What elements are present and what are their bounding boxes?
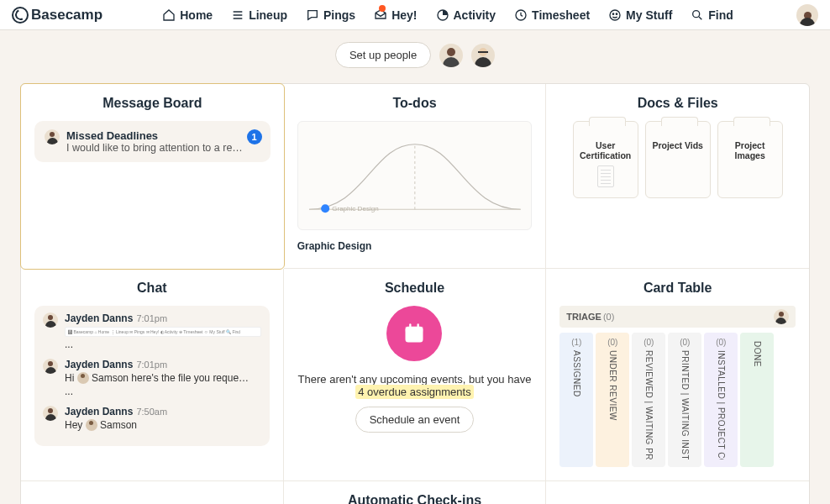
column-count: (0) (680, 338, 690, 347)
schedule-text: There aren't any upcoming events, but yo… (297, 373, 533, 398)
doc-thumb-icon (597, 165, 614, 187)
hey-notification-dot-icon (379, 5, 386, 12)
column-name: UNDER REVIEW (608, 350, 617, 421)
page: Set up people Message Board Missed Deadl… (20, 30, 810, 504)
setup-people-button[interactable]: Set up people (335, 42, 431, 68)
nav-items: Home Lineup Pings Hey! Activity Timeshee… (77, 8, 818, 22)
column-name: DONE (753, 341, 762, 367)
column-installed[interactable]: (0) INSTALLED | PROJECT CO (704, 333, 738, 467)
nav-mystuff[interactable]: My Stuff (608, 8, 672, 22)
basecamp-logo-icon (12, 7, 29, 24)
folder-label: Project Vids (652, 140, 703, 150)
chat-author: Jayden Danns (65, 359, 133, 370)
home-icon (162, 8, 176, 22)
column-printed[interactable]: (0) PRINTED | WAITING INSTA (668, 333, 701, 467)
lineup-icon (231, 8, 244, 22)
column-under-review[interactable]: (0) UNDER REVIEW (596, 333, 629, 467)
chat-author-avatar (43, 406, 58, 421)
chat-message[interactable]: Jayden Danns7:50am Hey Samson (43, 406, 261, 431)
message-author-avatar (45, 129, 60, 144)
timesheet-icon (514, 8, 528, 22)
triage-row[interactable]: TRIAGE (0) (559, 306, 796, 328)
folder-user-certification[interactable]: User Certification (573, 121, 638, 198)
docs-title: Docs & Files (559, 96, 796, 111)
tool-todos[interactable]: To-dos Graphic Design Graphic Design (284, 84, 547, 269)
todos-title: To-dos (297, 96, 533, 111)
nav-lineup-label: Lineup (249, 8, 287, 22)
message-unread-badge: 1 (247, 129, 262, 144)
nav-home[interactable]: Home (162, 8, 213, 22)
svg-point-2 (610, 10, 620, 20)
tools-grid: Message Board Missed Deadlines I would l… (20, 83, 810, 504)
column-name: REVIEWED | WAITING PRI (644, 350, 654, 459)
nav-pings[interactable]: Pings (306, 8, 355, 22)
checkins-title: Automatic Check-ins (297, 493, 533, 504)
person-avatar-2[interactable] (471, 44, 495, 67)
nav-find-label: Find (708, 8, 733, 22)
triage-count: (0) (603, 312, 614, 322)
chat-title: Chat (34, 281, 270, 296)
nav-find[interactable]: Find (691, 8, 733, 22)
message-item[interactable]: Missed Deadlines I would like to bring a… (34, 121, 271, 162)
hill-chart: Graphic Design (297, 121, 533, 230)
chat-time: 7:50am (136, 407, 167, 417)
hill-dot-label: Graphic Design (332, 205, 378, 213)
inline-avatar-icon (77, 372, 89, 384)
svg-point-8 (321, 204, 329, 213)
chat-message[interactable]: Jayden Danns7:01pm Hi Samson here's the … (43, 359, 261, 397)
column-reviewed[interactable]: (0) REVIEWED | WAITING PRI (632, 333, 665, 467)
svg-point-3 (612, 13, 613, 14)
chat-time: 7:01pm (136, 313, 167, 323)
message-title: Missed Deadlines (66, 129, 247, 142)
chat-body-more: ... (65, 386, 250, 397)
nav-hey[interactable]: Hey! (374, 8, 417, 22)
tool-docs-files[interactable]: Docs & Files User Certification Project … (546, 84, 809, 269)
svg-rect-12 (418, 323, 419, 328)
folder-label: Project Images (735, 140, 765, 160)
todos-list-name: Graphic Design (297, 240, 533, 252)
folder-project-vids[interactable]: Project Vids (645, 121, 711, 198)
folder-project-images[interactable]: Project Images (717, 121, 783, 198)
column-count: (0) (607, 338, 617, 347)
schedule-overdue-link[interactable]: 4 overdue assignments (355, 385, 473, 399)
column-name: ASSIGNED (572, 350, 581, 397)
chat-card: Jayden Danns7:01pm 🅱 Basecamp ⌂ Home ⋮ L… (34, 306, 270, 446)
folder-label: User Certification (580, 140, 631, 160)
inline-avatar-icon (86, 419, 97, 431)
tool-schedule[interactable]: Schedule There aren't any upcoming event… (284, 269, 547, 481)
nav-activity-label: Activity (454, 8, 496, 22)
cardtable-columns: (1) ASSIGNED (0) UNDER REVIEW (0) REVIEW… (559, 333, 796, 467)
column-name: PRINTED | WAITING INSTA (680, 350, 690, 459)
chat-attachment-thumb: 🅱 Basecamp ⌂ Home ⋮ Lineup ✉ Pings ✉ Hey… (65, 327, 261, 337)
schedule-event-button[interactable]: Schedule an event (355, 407, 475, 433)
schedule-title: Schedule (297, 281, 533, 296)
chat-author: Jayden Danns (65, 406, 133, 417)
nav-timesheet-label: Timesheet (532, 8, 590, 22)
message-body: I would like to bring attention to a rec… (66, 142, 247, 154)
column-count: (0) (716, 338, 726, 347)
chat-message[interactable]: Jayden Danns7:01pm 🅱 Basecamp ⌂ Home ⋮ L… (43, 312, 261, 350)
column-assigned[interactable]: (1) ASSIGNED (559, 333, 593, 467)
person-avatar-1[interactable] (439, 44, 463, 67)
column-name: INSTALLED | PROJECT CO (717, 350, 726, 459)
nav-mystuff-label: My Stuff (626, 8, 672, 22)
column-count: (0) (644, 338, 654, 347)
tool-chat[interactable]: Chat Jayden Danns7:01pm 🅱 Basecamp ⌂ Hom… (21, 269, 284, 481)
tool-card-table[interactable]: Card Table TRIAGE (0) (1) ASSIGNED (0) U… (546, 269, 809, 481)
triage-label: TRIAGE (566, 312, 601, 322)
top-nav: Basecamp Home Lineup Pings Hey! Activity… (0, 0, 830, 30)
column-count: (1) (571, 338, 581, 347)
nav-activity[interactable]: Activity (436, 8, 496, 22)
nav-lineup[interactable]: Lineup (231, 8, 287, 22)
schedule-text-a: There aren't any upcoming events, but yo… (298, 373, 532, 386)
tool-auto-checkins[interactable]: Automatic Check-ins (284, 481, 547, 504)
people-row: Set up people (20, 30, 810, 83)
pings-icon (306, 8, 319, 22)
folders-row: User Certification Project Vids Project … (559, 121, 796, 198)
tool-message-board[interactable]: Message Board Missed Deadlines I would l… (20, 83, 285, 270)
current-user-avatar[interactable] (796, 4, 818, 26)
calendar-icon (386, 306, 442, 361)
column-done[interactable]: DONE (740, 333, 774, 467)
nav-timesheet[interactable]: Timesheet (514, 8, 590, 22)
tool-empty-left (21, 481, 284, 504)
